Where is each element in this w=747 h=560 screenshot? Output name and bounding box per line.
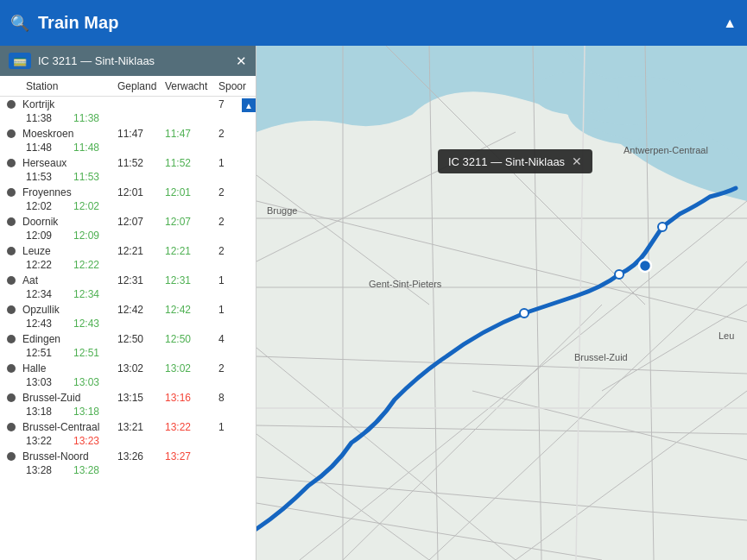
station-row: Leuze12:2112:212 — [0, 243, 256, 258]
station-row: Moeskroen11:4711:472 — [0, 126, 256, 141]
svg-point-2 — [533, 72, 619, 115]
departure-expected: 12:01 — [165, 186, 218, 198]
departure-expected: 13:02 — [165, 362, 218, 374]
station-row: Halle13:0213:022 — [0, 361, 256, 375]
track-number: 4 — [218, 333, 249, 345]
arrival-expected: 13:23 — [73, 435, 127, 447]
station-name: Edingen — [22, 333, 117, 345]
arrival-row: 11:4811:48 — [0, 141, 256, 155]
arrival-expected: 13:28 — [73, 464, 127, 476]
arrival-row: 11:5311:53 — [0, 170, 256, 185]
departure-planned: 13:02 — [117, 362, 165, 374]
header: 🔍 Train Map ▲ — [0, 0, 747, 46]
departure-planned: 12:21 — [117, 245, 165, 257]
station-dot — [7, 452, 16, 461]
arrival-expected: 12:09 — [73, 230, 127, 242]
arrival-expected: 12:22 — [73, 259, 127, 271]
departure-planned: 12:31 — [117, 274, 165, 286]
arrival-planned: 11:48 — [26, 142, 73, 154]
departure-planned: 13:15 — [117, 392, 165, 404]
arrival-row: 13:2213:23 — [0, 434, 256, 449]
train-tooltip: IC 3211 — Sint-Niklaas ✕ — [438, 149, 592, 173]
svg-point-27 — [520, 309, 529, 318]
departure-expected: 12:21 — [165, 245, 218, 257]
arrival-planned: 13:18 — [26, 406, 73, 418]
arrival-row: 12:3412:34 — [0, 287, 256, 302]
arrival-planned: 11:53 — [26, 171, 73, 183]
arrival-expected: 11:53 — [73, 171, 127, 183]
station-list[interactable]: Kortrijk7▲ 11:38 11:38 Moeskroen11:4711:… — [0, 97, 256, 560]
arrival-planned: 13:22 — [26, 435, 73, 447]
track-number: 2 — [218, 362, 249, 374]
departure-expected: 11:47 — [165, 128, 218, 140]
arrival-row: 13:0313:03 — [0, 375, 256, 390]
departure-expected: 13:27 — [165, 450, 218, 462]
col-spoor-header: Spoor — [218, 80, 249, 92]
station-dot — [7, 393, 16, 402]
departure-planned: 13:21 — [117, 421, 165, 433]
arrival-row: 13:2813:28 — [0, 463, 256, 478]
arrival-row: 11:38 11:38 — [0, 111, 256, 126]
departure-expected: 12:07 — [165, 216, 218, 228]
departure-planned: 12:01 — [117, 186, 165, 198]
scroll-up-button[interactable]: ▲ — [242, 98, 256, 112]
train-bar: 🚃 IC 3211 — Sint-Niklaas ✕ — [0, 46, 256, 76]
station-name: Froyennes — [22, 186, 117, 198]
station-dot — [7, 364, 16, 373]
arrival-row: 12:0912:09 — [0, 229, 256, 243]
station-row: Opzullik12:4212:421 — [0, 302, 256, 317]
station-name: Brussel-Noord — [22, 450, 117, 462]
collapse-icon[interactable]: ▲ — [723, 16, 737, 31]
arrival-row: 12:0212:02 — [0, 199, 256, 214]
station-name: Kortrijk — [22, 98, 117, 110]
arrival-row: 12:2212:22 — [0, 258, 256, 273]
station-dot — [7, 100, 16, 109]
arrival-planned: 13:03 — [26, 376, 73, 388]
departure-planned: 12:42 — [117, 304, 165, 316]
track-number: 2 — [218, 186, 249, 198]
arrival-expected: 11:48 — [73, 142, 127, 154]
tooltip-close-button[interactable]: ✕ — [572, 154, 582, 168]
track-number: 2 — [218, 245, 249, 257]
departure-expected: 13:16 — [165, 392, 218, 404]
track-number: 1 — [218, 157, 249, 169]
arrival-row: 12:4312:43 — [0, 317, 256, 331]
arrival-planned: 12:02 — [26, 200, 73, 212]
tooltip-label: IC 3211 — Sint-Niklaas — [448, 155, 565, 168]
departure-expected: 11:52 — [165, 157, 218, 169]
arrival-row: 13:1813:18 — [0, 405, 256, 419]
station-row: Doornik12:0712:072 — [0, 214, 256, 229]
train-icon-box: 🚃 — [9, 53, 31, 69]
departure-planned: 12:50 — [117, 333, 165, 345]
departure-expected: 12:50 — [165, 333, 218, 345]
col-gepland-header: Gepland — [117, 80, 165, 92]
arrival-row: 12:5112:51 — [0, 346, 256, 361]
departure-planned: 11:52 — [117, 157, 165, 169]
station-dot — [7, 188, 16, 197]
arrival-expected: 13:03 — [73, 376, 127, 388]
app-title: Train Map — [38, 13, 723, 33]
train-icon: 🚃 — [13, 54, 27, 67]
arrival-expected: 12:51 — [73, 347, 127, 359]
main-container: 🚃 IC 3211 — Sint-Niklaas ✕ Station Gepla… — [0, 46, 747, 560]
station-dot — [7, 159, 16, 167]
departure-planned: 11:47 — [117, 128, 165, 140]
station-row: Brussel-Centraal13:2113:221 — [0, 419, 256, 434]
col-verwacht-header: Verwacht — [165, 80, 218, 92]
svg-point-29 — [658, 223, 667, 231]
departure-expected: 13:22 — [165, 421, 218, 433]
station-row: Brussel-Zuid13:1513:168 — [0, 390, 256, 405]
close-train-button[interactable]: ✕ — [236, 53, 247, 69]
station-row: Kortrijk7▲ — [0, 97, 256, 111]
map-area[interactable]: Brugge Antwerpen-Centraal Gent-Sint-Piet… — [256, 46, 747, 560]
station-row: Froyennes12:0112:012 — [0, 185, 256, 199]
track-number: 1 — [218, 304, 249, 316]
station-dot — [7, 423, 16, 431]
track-number: 1 — [218, 421, 249, 433]
station-row: Aat12:3112:311 — [0, 273, 256, 287]
column-headers: Station Gepland Verwacht Spoor — [0, 76, 256, 97]
station-dot — [7, 276, 16, 285]
arrival-planned: 12:22 — [26, 259, 73, 271]
station-name: Herseaux — [22, 157, 117, 169]
station-name: Brussel-Zuid — [22, 392, 117, 404]
